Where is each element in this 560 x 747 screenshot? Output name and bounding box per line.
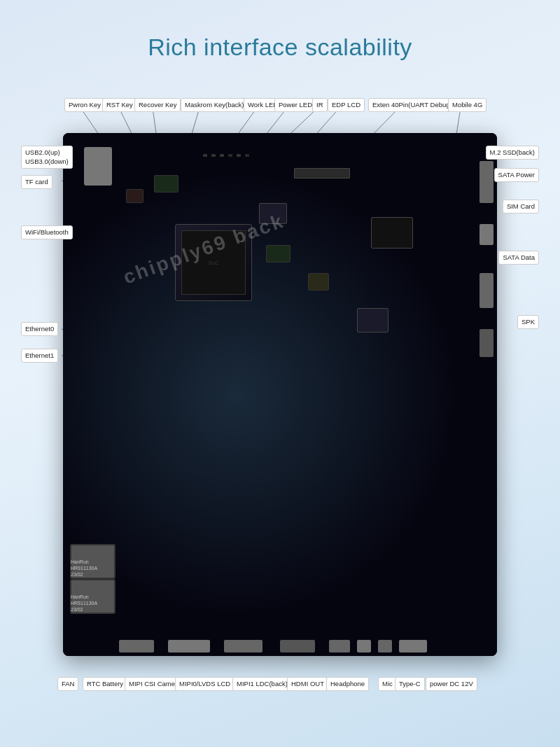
label-wifi-bt: WiFi/Bluetooth: [21, 225, 73, 239]
label-sim-card: SIM Card: [503, 200, 539, 214]
label-rst-key: RST Key: [102, 98, 137, 112]
label-mic: Mic: [378, 677, 397, 691]
label-power-led: Power LED: [274, 98, 316, 112]
pcb-board: HanRunHR911130A23/02 HanRunHR911130A23/0…: [63, 133, 497, 656]
label-tf-card: TF card: [21, 175, 52, 189]
label-pwron-key: Pwron Key: [64, 98, 105, 112]
label-fan: FAN: [57, 677, 78, 691]
label-mobile-4g: Mobile 4G: [448, 98, 486, 112]
label-ir: IR: [312, 98, 328, 112]
label-ethernet0: Ethernet0: [21, 322, 58, 336]
label-mipi1-ldc: MIPI1 LDC(back): [232, 677, 292, 691]
label-recover-key: Recover Key: [134, 98, 181, 112]
board-area: HanRunHR911130A23/02 HanRunHR911130A23/0…: [21, 98, 539, 691]
label-exten-40pin: Exten 40Pin(UART Debug): [368, 98, 456, 112]
label-maskrom-key: Maskrom Key(back): [181, 98, 248, 112]
label-headphone: Headphone: [326, 677, 369, 691]
label-hdmi-out: HDMI OUT: [287, 677, 328, 691]
label-power-dc: power DC 12V: [426, 677, 477, 691]
label-type-c: Type-C: [395, 677, 425, 691]
label-sata-data: SATA Data: [498, 251, 539, 265]
label-rtc-battery: RTC Battery: [83, 677, 127, 691]
label-spk: SPK: [517, 315, 539, 329]
label-mipi0-lvds: MIPI0/LVDS LCD: [175, 677, 234, 691]
label-m2-ssd: M.2 SSD(back): [486, 146, 539, 160]
label-edp-lcd: EDP LCD: [328, 98, 365, 112]
page-container: Rich interface scalability: [0, 0, 560, 747]
label-usb23: USB2.0(up) USB3.0(down): [21, 146, 73, 169]
page-title: Rich interface scalability: [0, 0, 560, 61]
label-ethernet1: Ethernet1: [21, 349, 58, 363]
label-sata-power: SATA Power: [494, 168, 539, 182]
